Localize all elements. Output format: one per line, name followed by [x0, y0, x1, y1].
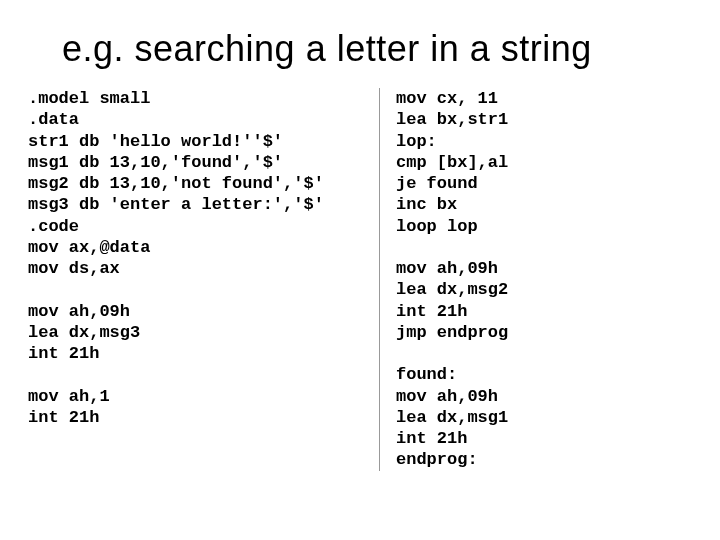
- code-column-left: .model small .data str1 db 'hello world!…: [28, 88, 380, 471]
- code-column-right: mov cx, 11 lea bx,str1 lop: cmp [bx],al …: [380, 88, 508, 471]
- code-container: .model small .data str1 db 'hello world!…: [0, 88, 720, 471]
- slide-title: e.g. searching a letter in a string: [0, 0, 720, 88]
